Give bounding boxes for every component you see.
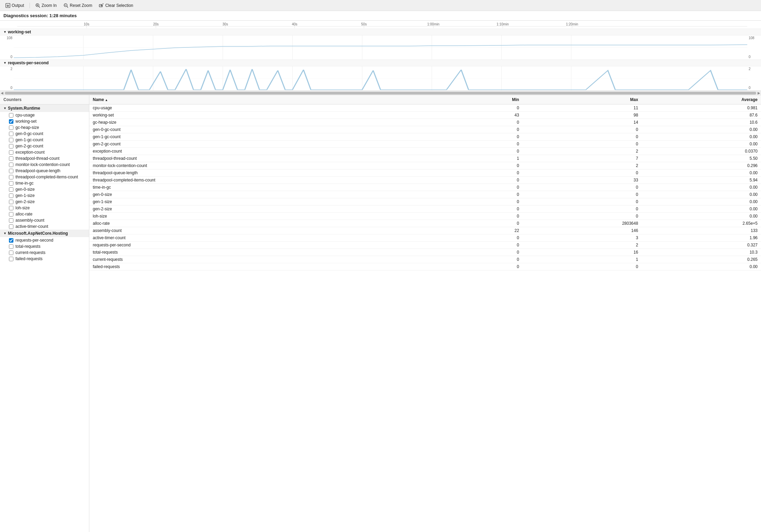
cell-avg: 0.265	[641, 256, 761, 263]
table-row[interactable]: gen-2-size000.00	[89, 206, 761, 213]
counter-checkbox[interactable]	[9, 175, 13, 179]
counter-checkbox[interactable]	[9, 251, 13, 255]
main-content: Counters ▼ System.Runtime cpu-usageworki…	[0, 95, 761, 532]
table-row[interactable]: assembly-count22146133	[89, 227, 761, 234]
cell-avg: 0.00	[641, 263, 761, 270]
output-button[interactable]: Output	[3, 2, 27, 9]
list-item: requests-per-second	[0, 237, 89, 243]
cell-avg: 0.00	[641, 133, 761, 141]
table-row[interactable]: gc-heap-size01410.6	[89, 119, 761, 126]
zoom-in-button[interactable]: Zoom In	[33, 2, 59, 9]
cell-max: 0	[523, 198, 642, 206]
aspnetcore-group[interactable]: ▼ Microsoft.AspNetCore.Hosting	[0, 230, 89, 237]
table-row[interactable]: threadpool-completed-items-count0335.94	[89, 177, 761, 184]
counter-checkbox[interactable]	[9, 119, 13, 124]
cell-max: 0	[523, 263, 642, 270]
table-row[interactable]: failed-requests000.00	[89, 263, 761, 270]
counter-checkbox[interactable]	[9, 193, 13, 198]
counter-checkbox[interactable]	[9, 132, 13, 136]
counter-checkbox[interactable]	[9, 150, 13, 155]
aspnetcore-label: Microsoft.AspNetCore.Hosting	[8, 231, 68, 236]
horizontal-scrollbar[interactable]: ◀ ▶	[0, 91, 761, 95]
cell-min: 0	[450, 213, 523, 220]
clear-selection-icon	[99, 3, 104, 8]
list-item: assembly-count	[0, 217, 89, 223]
reset-zoom-icon	[64, 3, 68, 8]
cell-avg: 0.00	[641, 198, 761, 206]
counter-checkbox[interactable]	[9, 181, 13, 186]
table-row[interactable]: gen-0-gc-count000.00	[89, 126, 761, 133]
col-avg[interactable]: Average	[641, 95, 761, 104]
working-set-y-labels-right: 108 0	[747, 35, 761, 59]
reset-zoom-button[interactable]: Reset Zoom	[61, 2, 95, 9]
system-runtime-group[interactable]: ▼ System.Runtime	[0, 104, 89, 112]
cell-name: gc-heap-size	[89, 119, 450, 126]
counter-checkbox[interactable]	[9, 206, 13, 210]
cell-avg: 0.00	[641, 206, 761, 213]
counter-checkbox[interactable]	[9, 257, 13, 261]
counter-checkbox[interactable]	[9, 113, 13, 118]
table-row[interactable]: gen-1-size000.00	[89, 198, 761, 206]
table-row[interactable]: time-in-gc000.00	[89, 184, 761, 191]
table-row[interactable]: requests-per-second020.327	[89, 242, 761, 249]
counter-checkbox[interactable]	[9, 144, 13, 148]
table-row[interactable]: cpu-usage0110.981	[89, 104, 761, 112]
cell-name: threadpool-completed-items-count	[89, 177, 450, 184]
counter-label: threadpool-thread-count	[15, 156, 59, 161]
table-row[interactable]: alloc-rate028036482.65e+5	[89, 220, 761, 227]
cell-max: 0	[523, 184, 642, 191]
timeline: 10s 20s 30s 40s 50s 1:00min 1:10min 1:20…	[0, 21, 761, 29]
scroll-right-btn[interactable]: ▶	[758, 91, 760, 95]
collapse-icon-2[interactable]: ▼	[3, 61, 7, 65]
cell-name: threadpool-thread-count	[89, 155, 450, 162]
working-set-canvas: 108 0 108 0	[0, 35, 761, 59]
counter-label: gen-0-gc-count	[15, 131, 43, 136]
table-row[interactable]: total-requests01610.3	[89, 249, 761, 256]
scroll-left-btn[interactable]: ◀	[1, 91, 3, 95]
table-row[interactable]: threadpool-thread-count175.50	[89, 155, 761, 162]
counter-checkbox[interactable]	[9, 163, 13, 167]
col-name[interactable]: Name	[89, 95, 450, 104]
counter-label: cpu-usage	[15, 113, 35, 118]
cell-min: 0	[450, 220, 523, 227]
counter-checkbox[interactable]	[9, 218, 13, 223]
table-row[interactable]: gen-1-gc-count000.00	[89, 133, 761, 141]
counter-checkbox[interactable]	[9, 244, 13, 249]
counter-label: active-timer-count	[15, 224, 48, 229]
counter-checkbox[interactable]	[9, 169, 13, 173]
working-set-title: working-set	[8, 30, 31, 34]
table-row[interactable]: active-timer-count031.96	[89, 234, 761, 242]
counter-checkbox[interactable]	[9, 200, 13, 204]
system-runtime-label: System.Runtime	[8, 106, 40, 111]
cell-name: failed-requests	[89, 263, 450, 270]
counter-label: threadpool-queue-length	[15, 168, 60, 173]
table-row[interactable]: gen-0-size000.00	[89, 191, 761, 198]
cell-max: 16	[523, 249, 642, 256]
counter-checkbox[interactable]	[9, 187, 13, 192]
cell-min: 0	[450, 184, 523, 191]
counter-checkbox[interactable]	[9, 212, 13, 217]
counter-checkbox[interactable]	[9, 238, 13, 243]
cell-name: working-set	[89, 112, 450, 119]
counter-label: assembly-count	[15, 218, 44, 223]
table-row[interactable]: working-set439887.6	[89, 112, 761, 119]
col-min[interactable]: Min	[450, 95, 523, 104]
list-item: threadpool-completed-items-count	[0, 174, 89, 180]
counter-checkbox[interactable]	[9, 138, 13, 142]
col-max[interactable]: Max	[523, 95, 642, 104]
requests-per-second-canvas: 2 0 2 0	[0, 66, 761, 90]
clear-selection-button[interactable]: Clear Selection	[96, 2, 136, 9]
counter-checkbox[interactable]	[9, 125, 13, 130]
counter-label: time-in-gc	[15, 181, 34, 186]
table-row[interactable]: current-requests010.265	[89, 256, 761, 263]
table-row[interactable]: threadpool-queue-length000.00	[89, 169, 761, 177]
cell-name: loh-size	[89, 213, 450, 220]
table-row[interactable]: monitor-lock-contention-count020.296	[89, 162, 761, 169]
table-row[interactable]: exception-count020.0370	[89, 148, 761, 155]
list-item: gen-1-gc-count	[0, 137, 89, 143]
collapse-icon[interactable]: ▼	[3, 30, 7, 34]
counter-checkbox[interactable]	[9, 224, 13, 229]
table-row[interactable]: loh-size000.00	[89, 213, 761, 220]
counter-checkbox[interactable]	[9, 156, 13, 161]
table-row[interactable]: gen-2-gc-count000.00	[89, 141, 761, 148]
